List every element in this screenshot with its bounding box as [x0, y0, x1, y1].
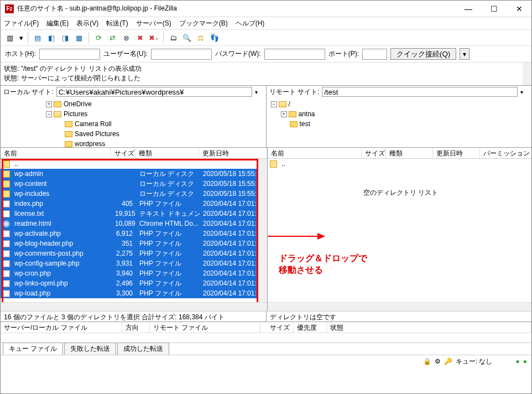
local-tree[interactable]: +OneDrive −Pictures Camera Roll Saved Pi…: [1, 98, 266, 147]
tree-collapse-icon[interactable]: −: [271, 101, 277, 107]
filter-icon[interactable]: 🗂: [167, 32, 179, 44]
pass-input[interactable]: [264, 49, 325, 60]
folder-icon: [65, 121, 72, 127]
remote-list-body[interactable]: .. 空のディレクトリ リスト ドラッグ＆ドロップで 移動させる: [268, 159, 532, 302]
remote-list-hscroll[interactable]: [268, 302, 532, 311]
tree-item[interactable]: Pictures: [64, 110, 87, 118]
gear-icon: ⚙: [435, 357, 441, 365]
html-icon: [3, 220, 10, 227]
local-path-input[interactable]: [56, 87, 252, 97]
tree-item[interactable]: OneDrive: [64, 100, 92, 108]
log-scrollbar[interactable]: [523, 63, 531, 85]
local-selection-status: 16 個のファイルと 3 個のディレクトリを選択 合計サイズ: 168,384 …: [1, 311, 267, 322]
disconnect-icon[interactable]: ✖: [134, 32, 146, 44]
local-pane: ローカル サイト: ▾ +OneDrive −Pictures Camera R…: [1, 86, 267, 147]
toggle-localtree-icon[interactable]: ◧: [45, 32, 58, 44]
tree-item[interactable]: Camera Roll: [75, 120, 112, 128]
user-input[interactable]: [151, 49, 212, 60]
qcol-server[interactable]: サーバー/ローカル ファイル: [1, 322, 122, 333]
tree-item[interactable]: Saved Pictures: [75, 130, 119, 138]
tree-collapse-icon[interactable]: −: [46, 111, 52, 117]
col-date[interactable]: 更新日時: [433, 148, 480, 158]
menu-transfer[interactable]: 転送(T): [106, 19, 128, 28]
menu-view[interactable]: 表示(V): [76, 19, 98, 28]
col-perm[interactable]: パーミッション: [480, 148, 532, 158]
close-button[interactable]: ✕: [512, 3, 527, 14]
toggle-remotetree-icon[interactable]: ◨: [59, 32, 71, 44]
qcol-remote[interactable]: リモート ファイル: [150, 322, 260, 333]
remote-path-input[interactable]: [322, 87, 518, 97]
menu-edit[interactable]: 編集(E): [46, 19, 69, 28]
list-row[interactable]: ..: [1, 159, 267, 169]
reconnect-icon[interactable]: ✖₊: [148, 32, 160, 44]
cancel-icon[interactable]: ⊗: [120, 32, 132, 44]
tree-expand-icon[interactable]: +: [281, 111, 287, 117]
list-row[interactable]: wp-includesローカル ディスク2020/05/18 15:55:17: [1, 189, 267, 199]
list-row[interactable]: wp-cron.php3,940PHP ファイル2020/04/14 17:01…: [1, 268, 267, 278]
list-row[interactable]: wp-blog-header.php351PHP ファイル2020/04/14 …: [1, 239, 267, 248]
menu-help[interactable]: ヘルプ(H): [236, 19, 265, 28]
quickconnect-history-drop[interactable]: ▾: [460, 48, 470, 60]
app-icon: Fz: [5, 4, 14, 13]
menu-server[interactable]: サーバー(S): [136, 19, 171, 28]
qcol-status[interactable]: 状態: [327, 322, 531, 333]
local-path-drop[interactable]: ▾: [255, 89, 263, 95]
col-name[interactable]: 名前: [1, 148, 111, 158]
col-date[interactable]: 更新日時: [199, 148, 267, 158]
list-row[interactable]: wp-links-opml.php2,496PHP ファイル2020/04/14…: [1, 278, 267, 288]
minimize-button[interactable]: —: [461, 3, 476, 14]
sitemanager-drop-icon[interactable]: ▾: [18, 32, 24, 44]
host-input[interactable]: [39, 49, 100, 60]
tree-item[interactable]: antna: [299, 110, 315, 118]
qcol-size[interactable]: サイズ: [260, 322, 294, 333]
quickconnect-button[interactable]: クイック接続(Q): [390, 48, 456, 60]
local-list-hscroll[interactable]: [1, 302, 267, 311]
qcol-prio[interactable]: 優先度: [294, 322, 327, 333]
queue-panel: サーバー/ローカル ファイル 方向 リモート ファイル サイズ 優先度 状態: [1, 322, 531, 343]
search-icon[interactable]: 🔍: [181, 32, 193, 44]
remote-tree[interactable]: −/ +antna test: [267, 98, 532, 147]
list-row[interactable]: wp-contentローカル ディスク2020/05/18 15:55:12: [1, 179, 267, 189]
maximize-button[interactable]: ☐: [486, 3, 502, 14]
col-size[interactable]: サイズ: [111, 148, 135, 158]
tab-failed[interactable]: 失敗した転送: [64, 343, 116, 355]
tab-queue[interactable]: キュー ファイル: [3, 343, 63, 355]
qcol-dir[interactable]: 方向: [122, 322, 150, 333]
sitemanager-icon[interactable]: ▥: [4, 32, 16, 44]
compare-icon[interactable]: ⚖: [195, 32, 207, 44]
tree-item[interactable]: wordpress: [75, 140, 105, 147]
list-row-up[interactable]: ..: [268, 159, 532, 169]
list-row[interactable]: wp-adminローカル ディスク2020/05/18 15:55:11: [1, 169, 267, 179]
toggle-queue-icon[interactable]: ▦: [73, 32, 85, 44]
list-row[interactable]: license.txt19,915テキスト ドキュメント2020/04/14 1…: [1, 209, 267, 219]
folder-icon: [54, 101, 61, 107]
port-input[interactable]: [362, 49, 387, 60]
list-row[interactable]: wp-config-sample.php3,931PHP ファイル2020/04…: [1, 258, 267, 268]
refresh-icon[interactable]: ⟳: [92, 32, 105, 44]
sync-browse-icon[interactable]: 👣: [208, 32, 221, 44]
log-panel[interactable]: 状態: "/test" のディレクトリ リストの表示成功 状態: サーバーによっ…: [1, 63, 531, 86]
col-name[interactable]: 名前: [268, 148, 362, 158]
tree-item[interactable]: /: [289, 100, 290, 108]
remote-path-drop[interactable]: ▾: [520, 89, 529, 95]
menu-bookmark[interactable]: ブックマーク(B): [179, 19, 228, 28]
toolbar: ▥ ▾ ▤ ◧ ◨ ▦ ⟳ ⇄ ⊗ ✖ ✖₊ 🗂 🔍 ⚖ 👣: [1, 29, 531, 46]
toggle-log-icon[interactable]: ▤: [32, 32, 44, 44]
list-row[interactable]: wp-activate.php6,912PHP ファイル2020/04/14 1…: [1, 229, 267, 239]
process-queue-icon[interactable]: ⇄: [106, 32, 118, 44]
local-list-vscroll[interactable]: [258, 159, 267, 302]
list-row[interactable]: wp-load.php3,300PHP ファイル2020/04/14 17:01…: [1, 288, 267, 298]
tab-success[interactable]: 成功した転送: [117, 343, 169, 355]
list-row[interactable]: readme.html10,089Chrome HTML Do...2020/0…: [1, 219, 267, 229]
list-row[interactable]: index.php405PHP ファイル2020/04/14 17:01:40: [1, 199, 267, 209]
queue-status-text: キュー: なし: [456, 357, 493, 366]
list-row[interactable]: wp-comments-post.php2,275PHP ファイル2020/04…: [1, 248, 267, 258]
menu-file[interactable]: ファイル(F): [4, 19, 39, 28]
col-size[interactable]: サイズ: [362, 148, 386, 158]
col-type[interactable]: 種類: [386, 148, 433, 158]
tree-expand-icon[interactable]: +: [46, 101, 52, 107]
log-prefix: 状態:: [4, 74, 19, 82]
col-type[interactable]: 種類: [135, 148, 199, 158]
tree-item[interactable]: test: [300, 120, 310, 128]
drag-arrow-icon: [268, 231, 328, 242]
